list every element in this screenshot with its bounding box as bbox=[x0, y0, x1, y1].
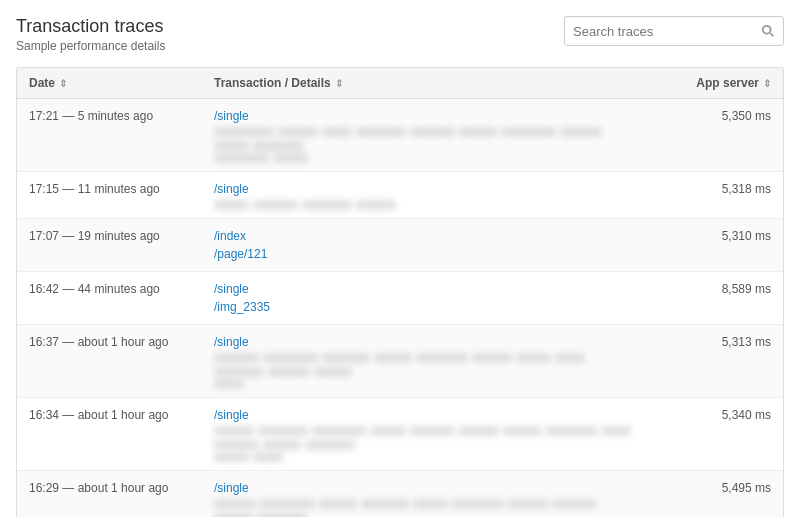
blur-segment bbox=[214, 499, 256, 509]
blur-segment bbox=[361, 499, 409, 509]
transaction-link-secondary[interactable]: /img_2335 bbox=[214, 298, 631, 316]
blur-segment bbox=[302, 200, 352, 210]
blur-segment bbox=[501, 127, 556, 137]
row-date: 16:34 — about 1 hour ago bbox=[17, 406, 202, 462]
table-row: 17:21 — 5 minutes ago/single5,350 ms bbox=[17, 99, 783, 172]
table-row: 16:29 — about 1 hour ago/single5,495 ms bbox=[17, 471, 783, 517]
table-row: 16:34 — about 1 hour ago/single5,340 ms bbox=[17, 398, 783, 471]
blur-segment bbox=[214, 426, 254, 436]
page-container: Transaction traces Sample performance de… bbox=[0, 0, 800, 517]
row-transaction: /single bbox=[202, 107, 643, 163]
row-transaction: /single bbox=[202, 180, 643, 210]
transaction-link[interactable]: /single bbox=[214, 107, 631, 125]
blur-segment bbox=[552, 499, 597, 509]
blur-segment bbox=[263, 353, 318, 363]
table-row: 16:37 — about 1 hour ago/single5,313 ms bbox=[17, 325, 783, 398]
blur-segment bbox=[214, 367, 264, 377]
blur-segment bbox=[273, 153, 308, 163]
blur-segment bbox=[314, 367, 352, 377]
blur-segment bbox=[410, 127, 455, 137]
detail-blur-line bbox=[214, 499, 631, 517]
blur-segment bbox=[452, 499, 504, 509]
row-duration: 5,318 ms bbox=[643, 180, 783, 210]
transaction-link[interactable]: /single bbox=[214, 333, 631, 351]
row-duration: 5,310 ms bbox=[643, 227, 783, 263]
blur-segment bbox=[508, 499, 548, 509]
blur-segment bbox=[214, 127, 274, 137]
table-row: 17:07 — 19 minutes ago/index/page/1215,3… bbox=[17, 219, 783, 272]
search-input[interactable] bbox=[573, 24, 761, 39]
blur-segment bbox=[214, 379, 244, 389]
blur-segment bbox=[413, 499, 448, 509]
transaction-link[interactable]: /single bbox=[214, 479, 631, 497]
row-date: 17:21 — 5 minutes ago bbox=[17, 107, 202, 163]
sort-appserver-icon[interactable]: ⇕ bbox=[763, 78, 771, 89]
blur-segment bbox=[322, 353, 370, 363]
search-box[interactable] bbox=[564, 16, 784, 46]
blur-segment bbox=[253, 141, 303, 151]
detail-blur-line-2 bbox=[214, 379, 631, 389]
table-header: Date ⇕ Transaction / Details ⇕ App serve… bbox=[17, 68, 783, 99]
row-date: 16:29 — about 1 hour ago bbox=[17, 479, 202, 517]
blur-segment bbox=[356, 127, 406, 137]
blur-segment bbox=[278, 127, 318, 137]
blur-segment bbox=[214, 153, 269, 163]
blur-segment bbox=[253, 200, 298, 210]
col-header-date: Date ⇕ bbox=[17, 76, 202, 90]
row-transaction: /single bbox=[202, 479, 643, 517]
blur-segment bbox=[214, 200, 249, 210]
blur-segment bbox=[601, 426, 631, 436]
page-title: Transaction traces bbox=[16, 16, 165, 37]
row-date: 16:42 — 44 minutes ago bbox=[17, 280, 202, 316]
transaction-link[interactable]: /index bbox=[214, 227, 631, 245]
transaction-link[interactable]: /single bbox=[214, 406, 631, 424]
blur-segment bbox=[260, 499, 315, 509]
blur-segment bbox=[503, 426, 541, 436]
row-date: 16:37 — about 1 hour ago bbox=[17, 333, 202, 389]
table-row: 16:42 — 44 minutes ago/single/img_23358,… bbox=[17, 272, 783, 325]
detail-blur-line bbox=[214, 200, 631, 210]
detail-blur-line bbox=[214, 127, 631, 151]
blur-segment bbox=[374, 353, 412, 363]
blur-segment bbox=[258, 426, 308, 436]
blur-segment bbox=[214, 440, 259, 450]
svg-point-0 bbox=[763, 26, 771, 34]
blur-segment bbox=[214, 452, 249, 462]
detail-blur-line bbox=[214, 353, 631, 377]
search-icon bbox=[761, 24, 775, 38]
blur-segment bbox=[516, 353, 551, 363]
blur-segment bbox=[555, 353, 585, 363]
transaction-link-secondary[interactable]: /page/121 bbox=[214, 245, 631, 263]
detail-blur-line bbox=[214, 426, 631, 450]
blur-segment bbox=[416, 353, 468, 363]
blur-segment bbox=[214, 513, 252, 517]
blur-segment bbox=[268, 367, 310, 377]
row-duration: 8,589 ms bbox=[643, 280, 783, 316]
blur-segment bbox=[305, 440, 355, 450]
blur-segment bbox=[560, 127, 602, 137]
page-subtitle: Sample performance details bbox=[16, 39, 165, 53]
row-date: 17:07 — 19 minutes ago bbox=[17, 227, 202, 263]
row-date: 17:15 — 11 minutes ago bbox=[17, 180, 202, 210]
sort-transaction-icon[interactable]: ⇕ bbox=[335, 78, 343, 89]
transaction-link[interactable]: /single bbox=[214, 280, 631, 298]
detail-blur-line-2 bbox=[214, 452, 631, 462]
detail-blur-line-2 bbox=[214, 153, 631, 163]
row-duration: 5,495 ms bbox=[643, 479, 783, 517]
blur-segment bbox=[214, 141, 249, 151]
blur-segment bbox=[356, 200, 396, 210]
row-transaction: /single/img_2335 bbox=[202, 280, 643, 316]
blur-segment bbox=[459, 426, 499, 436]
blur-segment bbox=[472, 353, 512, 363]
transaction-link[interactable]: /single bbox=[214, 180, 631, 198]
header-row: Transaction traces Sample performance de… bbox=[16, 16, 784, 53]
blur-segment bbox=[459, 127, 497, 137]
col-header-appserver: App server ⇕ bbox=[643, 76, 783, 90]
sort-date-icon[interactable]: ⇕ bbox=[59, 78, 67, 89]
blur-segment bbox=[545, 426, 597, 436]
blur-segment bbox=[371, 426, 406, 436]
blur-segment bbox=[253, 452, 283, 462]
row-duration: 5,340 ms bbox=[643, 406, 783, 462]
row-duration: 5,313 ms bbox=[643, 333, 783, 389]
traces-table: Date ⇕ Transaction / Details ⇕ App serve… bbox=[16, 67, 784, 517]
